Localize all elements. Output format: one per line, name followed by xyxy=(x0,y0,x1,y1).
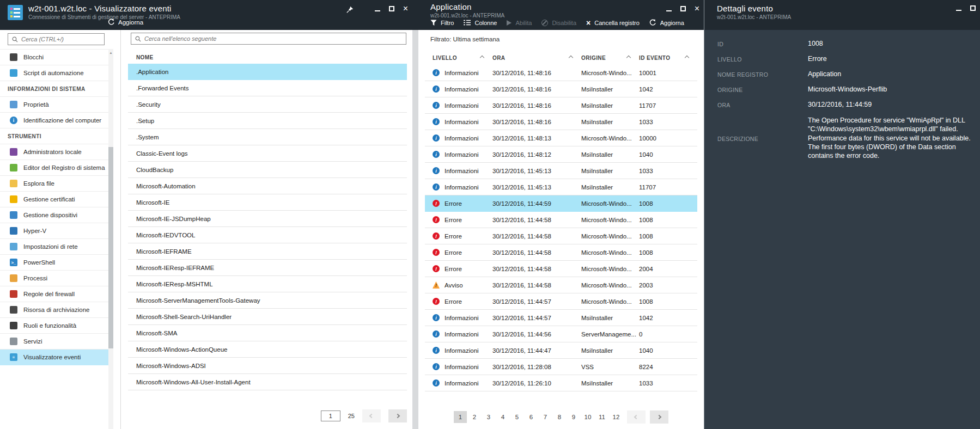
page-number[interactable]: 11 xyxy=(595,411,608,423)
page-number[interactable]: 10 xyxy=(581,411,594,423)
event-row[interactable]: Informazioni 30/12/2016, 11:48:12 MsiIns… xyxy=(425,146,697,163)
page-number[interactable]: 12 xyxy=(610,411,623,423)
scrollbar-thumb[interactable] xyxy=(108,147,113,348)
sidebar-item[interactable]: Ruoli e funzionalità xyxy=(0,318,109,334)
event-row[interactable]: Informazioni 30/12/2016, 11:28:08 VSS 82… xyxy=(425,359,697,375)
event-row[interactable]: Errore 30/12/2016, 11:44:59 Microsoft-Wi… xyxy=(425,195,697,212)
event-row[interactable]: Informazioni 30/12/2016, 11:44:56 Server… xyxy=(425,326,697,342)
sidebar-item[interactable]: Gestione certificati xyxy=(0,192,109,207)
log-row[interactable]: Microsoft-Shell-Search-UriHandler xyxy=(128,309,407,325)
column-header-source[interactable]: ORIGINE xyxy=(581,55,639,61)
close-button[interactable]: × xyxy=(403,5,408,12)
sidebar-item[interactable]: Hyper-V xyxy=(0,223,109,239)
event-row[interactable]: Informazioni 30/12/2016, 11:45:13 MsiIns… xyxy=(425,179,697,195)
filter-button[interactable]: Filtro xyxy=(430,20,454,26)
log-row[interactable]: Microsoft-IEFRAME xyxy=(128,243,407,260)
event-row[interactable]: Informazioni 30/12/2016, 11:45:13 MsiIns… xyxy=(425,163,697,179)
column-header-time[interactable]: ORA xyxy=(492,55,581,61)
event-row[interactable]: Avviso 30/12/2016, 11:44:58 Microsoft-Wi… xyxy=(425,277,697,293)
column-header-event-id[interactable]: ID EVENTO xyxy=(639,55,697,61)
pin-icon[interactable] xyxy=(346,6,354,13)
page-number[interactable]: 1 xyxy=(454,411,467,423)
sidebar-search-input[interactable] xyxy=(21,36,100,42)
log-row[interactable]: Microsoft-Windows-ADSI xyxy=(128,358,407,374)
prev-page-button[interactable] xyxy=(362,409,381,422)
minimize-button[interactable] xyxy=(375,7,380,11)
log-row[interactable]: Microsoft-IEResp-IEFRAME xyxy=(128,260,407,276)
log-row[interactable]: Microsoft-IE xyxy=(128,194,407,211)
maximize-button[interactable] xyxy=(389,6,394,11)
log-row[interactable]: Microsoft-IEResp-MSHTML xyxy=(128,276,407,292)
event-row[interactable]: Informazioni 30/12/2016, 11:26:10 MsiIns… xyxy=(425,375,697,391)
event-row[interactable]: Errore 30/12/2016, 11:44:58 Microsoft-Wi… xyxy=(425,244,697,261)
page-number[interactable]: 7 xyxy=(539,411,552,423)
sidebar-item[interactable]: Esplora file xyxy=(0,176,109,192)
enable-button[interactable]: Abilita xyxy=(507,20,532,26)
log-search-input[interactable] xyxy=(144,35,402,42)
log-row[interactable]: Classic-Event logs xyxy=(128,145,407,162)
page-number[interactable]: 8 xyxy=(553,411,566,423)
sidebar-item[interactable]: STRUMENTI xyxy=(0,128,109,144)
close-button[interactable]: × xyxy=(695,5,699,12)
sidebar-item[interactable]: INFORMAZIONI DI SISTEMA xyxy=(0,81,109,97)
maximize-button[interactable] xyxy=(970,5,976,11)
log-row[interactable]: Microsoft-IEDVTOOL xyxy=(128,227,407,243)
next-page-button[interactable] xyxy=(388,409,407,422)
clear-log-button[interactable]: × Cancella registro xyxy=(586,20,640,26)
columns-button[interactable]: Colonne xyxy=(464,20,497,26)
page-number[interactable]: 3 xyxy=(482,411,495,423)
sidebar-scrollbar[interactable]: ▲ xyxy=(108,49,113,429)
sidebar-item[interactable]: Regole del firewall xyxy=(0,286,109,302)
event-row[interactable]: Errore 30/12/2016, 11:44:58 Microsoft-Wi… xyxy=(425,212,697,228)
log-row[interactable]: CloudBackup xyxy=(128,162,407,178)
log-row[interactable]: .Application xyxy=(128,64,407,80)
event-row[interactable]: Informazioni 30/12/2016, 11:44:57 MsiIns… xyxy=(425,310,697,326)
event-row[interactable]: Informazioni 30/12/2016, 11:48:16 MsiIns… xyxy=(425,114,697,130)
log-row[interactable]: .System xyxy=(128,129,407,145)
refresh-button[interactable]: Aggiorna xyxy=(108,19,143,26)
minimize-button[interactable] xyxy=(956,6,961,11)
log-row[interactable]: .Setup xyxy=(128,113,407,129)
maximize-button[interactable] xyxy=(680,6,686,11)
sidebar-item[interactable]: i Identificazione del computer xyxy=(0,113,109,128)
event-row[interactable]: Informazioni 30/12/2016, 11:44:47 MsiIns… xyxy=(425,342,697,359)
disable-button[interactable]: Disabilita xyxy=(541,20,576,26)
event-row[interactable]: Errore 30/12/2016, 11:44:58 Microsoft-Wi… xyxy=(425,261,697,277)
sidebar-item[interactable]: Risorsa di archiviazione xyxy=(0,302,109,318)
event-row[interactable]: Informazioni 30/12/2016, 11:48:13 Micros… xyxy=(425,130,697,146)
sidebar-item[interactable]: Proprietà xyxy=(0,97,109,113)
sidebar-item[interactable]: Blocchi xyxy=(0,50,109,65)
log-row[interactable]: .Security xyxy=(128,96,407,113)
log-row[interactable]: Microsoft-SMA xyxy=(128,325,407,341)
page-number[interactable]: 2 xyxy=(468,411,481,423)
refresh-button[interactable]: Aggiorna xyxy=(649,19,684,26)
minimize-button[interactable] xyxy=(666,7,672,11)
next-page-button[interactable] xyxy=(650,410,668,424)
log-list-column-header[interactable]: NOME xyxy=(136,54,154,60)
scrollbar-up-arrow[interactable]: ▲ xyxy=(108,49,113,57)
event-row[interactable]: Informazioni 30/12/2016, 11:48:16 MsiIns… xyxy=(425,97,697,114)
page-input[interactable] xyxy=(321,410,340,421)
event-row[interactable]: Informazioni 30/12/2016, 11:48:16 Micros… xyxy=(425,65,697,81)
sidebar-item[interactable]: >_ PowerShell xyxy=(0,255,109,271)
log-row[interactable]: .Forwarded Events xyxy=(128,80,407,96)
prev-page-button[interactable] xyxy=(627,410,646,424)
sidebar-item[interactable]: ≡ Visualizzatore eventi xyxy=(0,350,109,365)
event-row[interactable]: Informazioni 30/12/2016, 11:48:16 MsiIns… xyxy=(425,81,697,97)
sidebar-item[interactable]: Editor del Registro di sistema xyxy=(0,160,109,176)
page-number[interactable]: 4 xyxy=(496,411,509,423)
sidebar-item[interactable]: Script di automazione xyxy=(0,65,109,81)
sidebar-item[interactable]: Impostazioni di rete xyxy=(0,239,109,255)
log-row[interactable]: Microsoft-ServerManagementTools-Gateway xyxy=(128,292,407,309)
column-header-level[interactable]: LIVELLO xyxy=(433,55,492,61)
log-row[interactable]: Microsoft-Automation xyxy=(128,178,407,194)
log-row[interactable]: Microsoft-Windows-ActionQueue xyxy=(128,341,407,358)
page-number[interactable]: 6 xyxy=(525,411,538,423)
log-row[interactable]: Microsoft-IE-JSDumpHeap xyxy=(128,211,407,227)
sidebar-item[interactable]: Administrators locale xyxy=(0,144,109,160)
log-row[interactable]: Microsoft-Windows-All-User-Install-Agent xyxy=(128,374,407,390)
event-row[interactable]: Errore 30/12/2016, 11:44:57 Microsoft-Wi… xyxy=(425,293,697,310)
event-row[interactable]: Errore 30/12/2016, 11:44:58 Microsoft-Wi… xyxy=(425,228,697,244)
sidebar-item[interactable]: Gestione dispositivi xyxy=(0,207,109,223)
sidebar-item[interactable]: Servizi xyxy=(0,334,109,350)
